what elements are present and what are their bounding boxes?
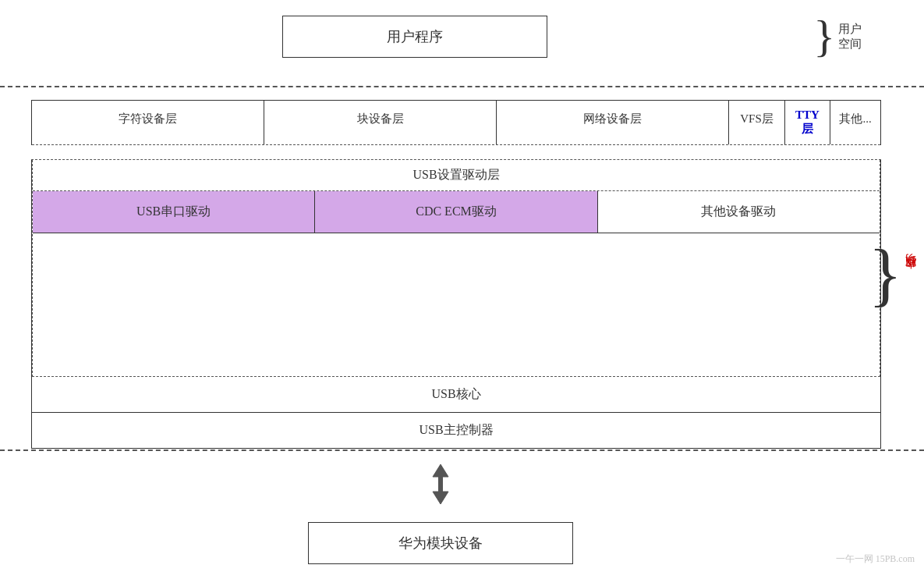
device-layer-row: 字符设备层 块设备层 网络设备层 VFS层 TTY层 其他... xyxy=(32,101,880,145)
diagram-container: 用户程序 } 用户 空间 字符设备层 块设备层 xyxy=(0,0,924,572)
char-device-layer: 字符设备层 xyxy=(32,101,264,144)
user-space-section: 用户程序 } 用户 空间 xyxy=(0,14,924,59)
usb-serial-driver-cell: USB串口驱动 xyxy=(33,191,315,233)
user-brace-icon: } xyxy=(813,14,835,59)
usb-serial-label: USB串口驱动 xyxy=(136,204,211,218)
tty-layer: TTY层 xyxy=(785,101,830,144)
device-drivers-row: USB串口驱动 CDC ECM驱动 其他设备驱动 xyxy=(33,191,880,233)
block-device-layer: 块设备层 xyxy=(264,101,497,144)
user-space-label-group: } 用户 空间 xyxy=(813,14,862,59)
svg-marker-2 xyxy=(433,492,448,504)
vfs-layer: VFS层 xyxy=(729,101,785,144)
usb-host-label: USB主控制器 xyxy=(419,423,493,436)
usb-config-label: USB设置驱动层 xyxy=(412,168,499,181)
net-device-layer: 网络设备层 xyxy=(497,101,729,144)
usb-config-driver-row xyxy=(31,145,881,160)
user-program-box: 用户程序 xyxy=(282,16,547,58)
inner-dashed-box: USB设置驱动层 USB串口驱动 CDC ECM驱动 其他设备驱动 xyxy=(32,160,880,377)
arrow-section xyxy=(0,463,881,506)
usb-core-row: USB核心 xyxy=(32,377,880,413)
cdc-ecm-driver-cell: CDC ECM驱动 xyxy=(315,191,597,233)
usb-core-label: USB核心 xyxy=(431,387,480,400)
kernel-label: 内核驱动 xyxy=(904,272,918,278)
huawei-module-box: 华为模块设备 xyxy=(308,522,573,564)
user-space-line2: 空间 xyxy=(838,37,862,52)
other-drivers-cell: 其他设备驱动 xyxy=(598,191,880,233)
user-space-text: 用户 空间 xyxy=(838,22,862,52)
usb-config-driver-label-row: USB设置驱动层 xyxy=(33,160,880,191)
dashed-divider-1 xyxy=(0,86,924,87)
kernel-label-group: } 内核驱动 xyxy=(869,100,918,449)
cdc-ecm-label: CDC ECM驱动 xyxy=(416,204,497,218)
svg-rect-1 xyxy=(438,475,443,494)
tty-label: TTY层 xyxy=(795,108,820,135)
other-drivers-label: 其他设备驱动 xyxy=(701,204,776,218)
svg-marker-0 xyxy=(433,464,448,477)
huawei-module-label: 华为模块设备 xyxy=(398,535,483,551)
user-program-label: 用户程序 xyxy=(387,29,443,44)
bidirectional-arrow-icon xyxy=(421,463,460,506)
user-space-line1: 用户 xyxy=(838,22,862,37)
watermark: 一午一网 15PB.com xyxy=(836,552,915,566)
kernel-section: 字符设备层 块设备层 网络设备层 VFS层 TTY层 其他... xyxy=(31,100,881,449)
huawei-section: 华为模块设备 xyxy=(0,522,881,564)
dashed-divider-2 xyxy=(0,449,924,451)
usb-host-row: USB主控制器 xyxy=(32,413,880,448)
kernel-outer-box: 字符设备层 块设备层 网络设备层 VFS层 TTY层 其他... xyxy=(31,100,881,449)
kernel-brace-icon: } xyxy=(869,240,902,310)
